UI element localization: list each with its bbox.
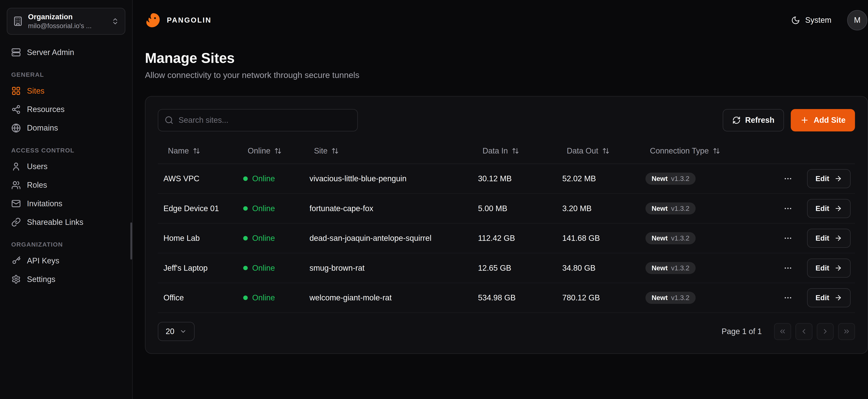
main-content: PANGOLIN System M Manage Sites Allow con… bbox=[133, 0, 868, 399]
data-out: 34.80 GB bbox=[562, 264, 646, 273]
grid-icon bbox=[11, 86, 21, 96]
site-status: Online bbox=[243, 174, 310, 183]
sort-icon bbox=[602, 147, 610, 155]
topbar: PANGOLIN System M bbox=[145, 0, 867, 40]
sidebar-item-label: Resources bbox=[27, 105, 65, 114]
topbar-right: System M bbox=[787, 10, 867, 30]
sidebar-item-label: Users bbox=[27, 162, 48, 171]
table-row: Home Lab Online dead-san-joaquin-antelop… bbox=[158, 224, 855, 253]
sidebar-item-sites[interactable]: Sites bbox=[7, 82, 125, 100]
online-dot-icon bbox=[243, 266, 248, 270]
sidebar-item-domains[interactable]: Domains bbox=[7, 119, 125, 136]
data-in: 112.42 GB bbox=[478, 234, 562, 243]
column-header-name[interactable]: Name bbox=[158, 146, 243, 155]
edit-button[interactable]: Edit bbox=[807, 199, 850, 218]
connection-type-cell: Newtv1.3.2 bbox=[646, 232, 776, 244]
row-menu-button[interactable] bbox=[781, 172, 795, 185]
app-root: Organization milo@fossorial.io's ... Ser… bbox=[0, 0, 868, 399]
sidebar-item-label: Invitations bbox=[27, 199, 62, 208]
connection-badge: Newtv1.3.2 bbox=[646, 292, 695, 304]
row-menu-button[interactable] bbox=[781, 261, 795, 275]
link-icon bbox=[11, 217, 21, 227]
row-menu-button[interactable] bbox=[781, 232, 795, 245]
site-status: Online bbox=[243, 293, 310, 302]
online-dot-icon bbox=[243, 296, 248, 300]
sidebar-item-users[interactable]: Users bbox=[7, 158, 125, 175]
data-out: 780.12 GB bbox=[562, 293, 646, 302]
site-name: Jeff's Laptop bbox=[158, 264, 243, 273]
last-page-button[interactable] bbox=[838, 323, 855, 340]
arrow-right-icon bbox=[834, 175, 842, 183]
data-out: 141.68 GB bbox=[562, 234, 646, 243]
gear-icon bbox=[11, 275, 21, 284]
prev-page-button[interactable] bbox=[796, 323, 812, 340]
online-dot-icon bbox=[243, 206, 248, 211]
chevrons-right-icon bbox=[843, 328, 850, 335]
org-subtitle: milo@fossorial.io's ... bbox=[28, 22, 106, 30]
server-icon bbox=[11, 48, 21, 57]
sidebar-item-label: Shareable Links bbox=[27, 218, 83, 227]
edit-button[interactable]: Edit bbox=[807, 169, 850, 188]
search-input[interactable] bbox=[158, 109, 358, 131]
column-header-connection-type[interactable]: Connection Type bbox=[646, 146, 776, 155]
pager-buttons bbox=[774, 323, 855, 340]
data-in: 30.12 MB bbox=[478, 174, 562, 183]
page-info: Page 1 of 1 bbox=[722, 327, 762, 336]
data-in: 12.65 GB bbox=[478, 264, 562, 273]
row-menu-button[interactable] bbox=[781, 291, 795, 305]
sidebar-item-invitations[interactable]: Invitations bbox=[7, 195, 125, 212]
first-page-button[interactable] bbox=[774, 323, 791, 340]
panel-footer: 20 Page 1 of 1 bbox=[158, 322, 855, 341]
sidebar-item-server-admin[interactable]: Server Admin bbox=[7, 43, 125, 61]
add-site-label: Add Site bbox=[814, 116, 846, 125]
pangolin-logo-icon bbox=[145, 12, 162, 29]
globe-icon bbox=[11, 123, 21, 133]
search-icon bbox=[164, 116, 174, 125]
site-status: Online bbox=[243, 234, 310, 243]
row-menu-button[interactable] bbox=[781, 202, 795, 215]
chevron-left-icon bbox=[800, 328, 808, 335]
add-site-button[interactable]: Add Site bbox=[791, 109, 855, 131]
column-header-site[interactable]: Site bbox=[310, 146, 478, 155]
edit-button[interactable]: Edit bbox=[807, 288, 850, 307]
toolbar-actions: Refresh Add Site bbox=[723, 109, 855, 131]
site-slug: welcome-giant-mole-rat bbox=[310, 293, 478, 302]
column-header-online[interactable]: Online bbox=[243, 146, 310, 155]
chevron-right-icon bbox=[821, 328, 829, 335]
section-label-organization: ORGANIZATION bbox=[11, 241, 121, 248]
sidebar-item-resources[interactable]: Resources bbox=[7, 101, 125, 118]
arrow-right-icon bbox=[834, 264, 842, 272]
page-size-select[interactable]: 20 bbox=[158, 322, 195, 341]
sidebar-item-settings[interactable]: Settings bbox=[7, 271, 125, 288]
sites-table: Name Online Site Data In bbox=[158, 138, 855, 313]
next-page-button[interactable] bbox=[817, 323, 834, 340]
row-actions: Edit bbox=[776, 199, 855, 218]
org-text: Organization milo@fossorial.io's ... bbox=[28, 12, 106, 30]
data-out: 52.02 MB bbox=[562, 174, 646, 183]
mail-icon bbox=[11, 199, 21, 208]
refresh-button[interactable]: Refresh bbox=[723, 109, 784, 131]
edit-button[interactable]: Edit bbox=[807, 258, 850, 278]
building-icon bbox=[13, 16, 23, 26]
edit-button[interactable]: Edit bbox=[807, 229, 850, 248]
sidebar-item-api-keys[interactable]: API Keys bbox=[7, 252, 125, 270]
arrow-right-icon bbox=[834, 294, 842, 302]
avatar[interactable]: M bbox=[847, 10, 867, 30]
site-slug: smug-brown-rat bbox=[310, 264, 478, 273]
sidebar-item-shareable-links[interactable]: Shareable Links bbox=[7, 213, 125, 231]
org-selector[interactable]: Organization milo@fossorial.io's ... bbox=[7, 8, 125, 35]
data-in: 5.00 MB bbox=[478, 204, 562, 213]
page-title: Manage Sites bbox=[145, 50, 867, 66]
data-in: 534.98 GB bbox=[478, 293, 562, 302]
share-nodes-icon bbox=[11, 105, 21, 114]
org-title: Organization bbox=[28, 12, 106, 22]
table-row: Office Online welcome-giant-mole-rat 534… bbox=[158, 283, 855, 313]
column-header-data-out[interactable]: Data Out bbox=[562, 146, 646, 155]
sidebar-scrollbar-thumb[interactable] bbox=[130, 222, 132, 259]
column-header-data-in[interactable]: Data In bbox=[478, 146, 562, 155]
status-label: Online bbox=[252, 264, 275, 273]
refresh-label: Refresh bbox=[745, 116, 774, 125]
sidebar-item-roles[interactable]: Roles bbox=[7, 176, 125, 194]
sidebar-item-label: Settings bbox=[27, 275, 55, 284]
theme-toggle-button[interactable]: System bbox=[787, 12, 836, 28]
